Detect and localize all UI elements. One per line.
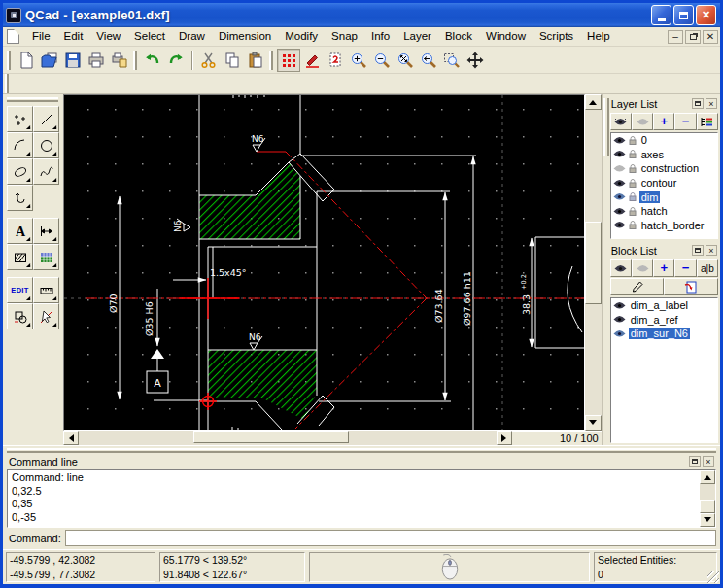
zoom-in-button[interactable] xyxy=(347,49,370,72)
scroll-up-button[interactable] xyxy=(700,470,715,484)
layer-row[interactable]: contour xyxy=(611,176,717,190)
float-panel-button[interactable] xyxy=(692,98,704,109)
toolbar-drag-handle[interactable] xyxy=(133,51,137,70)
close-panel-button[interactable]: × xyxy=(706,245,717,256)
insert-image-tool-button[interactable] xyxy=(33,244,59,270)
toolbar-drag-handle[interactable] xyxy=(5,74,9,93)
palette-drag-handle[interactable] xyxy=(7,97,58,102)
copy-button[interactable] xyxy=(221,49,244,72)
menu-snap[interactable]: Snap xyxy=(325,28,364,45)
horizontal-scroll-track[interactable] xyxy=(79,431,497,445)
scroll-down-button[interactable] xyxy=(585,415,602,431)
circles-tool-button[interactable] xyxy=(33,132,59,158)
redo-button[interactable] xyxy=(164,49,188,72)
grid-toggle-button[interactable] xyxy=(277,49,300,72)
show-all-layers-button[interactable] xyxy=(610,113,632,130)
history-scrollbar[interactable] xyxy=(700,470,715,527)
panel-drag-handle[interactable] xyxy=(7,448,716,453)
layer-row[interactable]: axes xyxy=(611,148,717,162)
remove-block-button[interactable]: − xyxy=(674,259,696,277)
auto-zoom-button[interactable] xyxy=(394,49,417,72)
zoom-out-button[interactable] xyxy=(370,49,394,72)
lines-tool-button[interactable] xyxy=(33,106,59,132)
menu-draw[interactable]: Draw xyxy=(172,28,212,45)
scroll-up-button[interactable] xyxy=(585,94,602,110)
history-scroll-thumb[interactable] xyxy=(700,500,715,513)
print-button[interactable] xyxy=(85,49,108,72)
mdi-restore-button[interactable] xyxy=(685,30,701,44)
edit-tool-button[interactable]: EDIT xyxy=(7,277,33,303)
close-button[interactable]: ✕ xyxy=(696,5,716,25)
insert-block-button[interactable] xyxy=(664,278,718,295)
maximize-button[interactable] xyxy=(673,5,694,25)
add-block-button[interactable]: + xyxy=(653,259,674,277)
measure-tool-button[interactable] xyxy=(33,277,59,303)
ellipses-tool-button[interactable] xyxy=(7,158,33,185)
title-bar[interactable]: QCad - [example01.dxf] ✕ xyxy=(3,3,720,27)
menu-info[interactable]: Info xyxy=(364,28,396,45)
close-panel-button[interactable]: × xyxy=(703,456,714,467)
layer-row-selected[interactable]: dim xyxy=(611,190,717,204)
save-button[interactable] xyxy=(61,49,85,72)
menu-view[interactable]: View xyxy=(89,28,127,45)
toolbar-drag-handle[interactable] xyxy=(7,51,11,70)
regenerate-button[interactable] xyxy=(324,49,347,72)
mdi-close-button[interactable]: ✕ xyxy=(703,30,718,44)
text-tool-button[interactable]: A xyxy=(7,218,33,244)
undo-button[interactable] xyxy=(141,49,164,72)
layer-row[interactable]: construction xyxy=(611,161,717,176)
edit-block-button[interactable] xyxy=(610,278,665,295)
dock-drag-handle[interactable] xyxy=(603,98,609,156)
layer-row[interactable]: hatch xyxy=(611,204,717,219)
hide-all-blocks-button[interactable] xyxy=(632,259,653,277)
cad-drawing[interactable]: A xyxy=(64,95,584,430)
blocks-tool-button[interactable] xyxy=(7,303,33,329)
menu-help[interactable]: Help xyxy=(580,28,617,45)
scroll-down-button[interactable] xyxy=(700,513,715,527)
toolbar-drag-handle[interactable] xyxy=(269,51,273,70)
draft-mode-button[interactable] xyxy=(300,49,324,72)
close-panel-button[interactable]: × xyxy=(706,98,717,109)
drawing-viewport[interactable]: A xyxy=(63,94,585,431)
pan-button[interactable] xyxy=(464,49,487,72)
edit-layer-button[interactable] xyxy=(697,113,718,130)
scroll-right-button[interactable] xyxy=(497,431,512,445)
vertical-scrollbar[interactable] xyxy=(585,94,602,431)
horizontal-scrollbar[interactable] xyxy=(63,431,512,445)
show-all-blocks-button[interactable] xyxy=(610,259,632,277)
splines-tool-button[interactable] xyxy=(33,158,59,185)
block-row[interactable]: dim_a_label xyxy=(611,298,717,313)
float-panel-button[interactable] xyxy=(689,456,701,467)
mdi-minimize-button[interactable]: – xyxy=(668,30,683,44)
paste-button[interactable] xyxy=(244,49,267,72)
document-icon[interactable] xyxy=(7,29,19,44)
app-icon[interactable] xyxy=(6,8,21,23)
menu-edit[interactable]: Edit xyxy=(57,28,90,45)
zoom-window-button[interactable] xyxy=(440,49,464,72)
polylines-tool-button[interactable] xyxy=(7,185,33,211)
cut-button[interactable] xyxy=(197,49,221,72)
hide-all-layers-button[interactable] xyxy=(632,113,653,130)
horizontal-scroll-thumb[interactable] xyxy=(193,431,349,443)
menu-scripts[interactable]: Scripts xyxy=(533,28,580,45)
vertical-scroll-track[interactable] xyxy=(585,110,602,415)
open-file-button[interactable] xyxy=(38,49,61,72)
previous-view-button[interactable] xyxy=(417,49,440,72)
new-file-button[interactable] xyxy=(15,49,38,72)
points-tool-button[interactable] xyxy=(7,106,33,132)
minimize-button[interactable] xyxy=(651,5,671,25)
block-row[interactable]: dim_a_ref xyxy=(611,313,717,328)
menu-dimension[interactable]: Dimension xyxy=(212,28,278,45)
menu-modify[interactable]: Modify xyxy=(278,28,325,45)
select-tool-button[interactable] xyxy=(33,303,59,329)
command-input[interactable] xyxy=(65,530,716,546)
float-panel-button[interactable] xyxy=(692,245,704,256)
scroll-left-button[interactable] xyxy=(63,431,79,445)
menu-layer[interactable]: Layer xyxy=(396,28,438,45)
block-row-selected[interactable]: dim_sur_N6 xyxy=(611,327,717,341)
remove-layer-button[interactable]: − xyxy=(674,113,696,130)
resize-grip[interactable] xyxy=(707,571,719,583)
add-layer-button[interactable]: + xyxy=(653,113,674,130)
rename-block-button[interactable]: a|b xyxy=(697,259,718,277)
menu-file[interactable]: File xyxy=(25,28,57,45)
